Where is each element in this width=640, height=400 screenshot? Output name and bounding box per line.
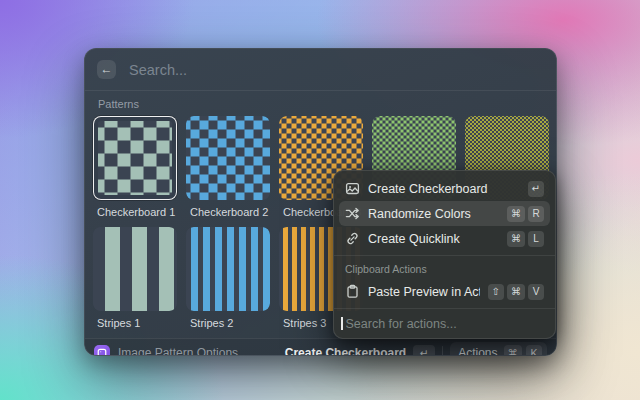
menu-item-label: Paste Preview in Active App bbox=[368, 285, 480, 299]
menu-item-create-checkerboard[interactable]: Create Checkerboard↵ bbox=[339, 176, 550, 201]
keycap: ⇧ bbox=[488, 284, 504, 300]
arrow-left-icon: ← bbox=[101, 62, 113, 76]
keycap: ⌘ bbox=[507, 284, 525, 300]
image-icon bbox=[345, 181, 360, 196]
pattern-cell: Checkerboard 2 bbox=[186, 116, 270, 227]
pattern-cell: Checkerboard 1 bbox=[93, 116, 177, 227]
checkerboard-thumbnail bbox=[186, 116, 270, 200]
pattern-card[interactable] bbox=[186, 227, 270, 311]
text-cursor bbox=[341, 317, 343, 330]
search-input[interactable] bbox=[127, 61, 544, 79]
menu-item-label: Create Checkerboard bbox=[368, 182, 520, 196]
pattern-card[interactable] bbox=[186, 116, 270, 200]
clipboard-icon bbox=[345, 284, 360, 299]
pattern-card-label: Stripes 2 bbox=[190, 317, 270, 330]
primary-action-button[interactable]: Create Checkerboard bbox=[285, 346, 406, 356]
section-title: Patterns bbox=[98, 98, 548, 110]
keycap: ⌘ bbox=[504, 345, 523, 357]
menu-item-label: Create Quicklink bbox=[368, 232, 499, 246]
keycap: ↵ bbox=[528, 181, 544, 197]
search-bar: ← bbox=[85, 49, 556, 90]
stripes-thumbnail bbox=[93, 227, 177, 311]
footer-bar: Image Pattern Options Create Checkerboar… bbox=[85, 338, 556, 356]
keycap: R bbox=[528, 206, 544, 222]
keycap: K bbox=[526, 345, 542, 357]
footer-divider bbox=[442, 346, 443, 356]
actions-popup-menu: Create Checkerboard↵Randomize Colors⌘RCr… bbox=[333, 170, 556, 339]
extension-name: Image Pattern Options bbox=[118, 346, 238, 356]
actions-search-input[interactable] bbox=[344, 316, 549, 332]
back-button[interactable]: ← bbox=[97, 60, 116, 79]
menu-item-paste-preview-in-active-app[interactable]: Paste Preview in Active App⇧⌘V bbox=[339, 279, 550, 304]
menu-search-row bbox=[334, 309, 555, 338]
menu-item-create-quicklink[interactable]: Create Quicklink⌘L bbox=[339, 226, 550, 251]
pattern-card-label: Checkerboard 1 bbox=[97, 206, 177, 219]
stripes-thumbnail bbox=[186, 227, 270, 311]
keycap: L bbox=[528, 231, 544, 247]
shuffle-icon bbox=[345, 206, 360, 221]
pattern-card-label: Checkerboard 2 bbox=[190, 206, 270, 219]
checkerboard-thumbnail bbox=[98, 121, 172, 195]
keycap: V bbox=[528, 284, 544, 300]
keycap: ⌘ bbox=[507, 231, 525, 247]
menu-item-randomize-colors[interactable]: Randomize Colors⌘R bbox=[339, 201, 550, 226]
desktop-background: ← Patterns Checkerboard 1Checkerboard 2C… bbox=[0, 0, 640, 400]
actions-menu-button[interactable]: Actions ⌘K bbox=[450, 342, 547, 357]
menu-section-title: Clipboard Actions bbox=[339, 256, 550, 279]
link-icon bbox=[345, 231, 360, 246]
pattern-cell: Stripes 2 bbox=[186, 227, 270, 338]
keycap: ⌘ bbox=[507, 206, 525, 222]
pattern-cell: Stripes 1 bbox=[93, 227, 177, 338]
menu-item-label: Randomize Colors bbox=[368, 207, 499, 221]
pattern-card[interactable] bbox=[93, 227, 177, 311]
return-keycap: ↵ bbox=[413, 345, 435, 357]
actions-label: Actions bbox=[458, 346, 497, 356]
pattern-card[interactable] bbox=[93, 116, 177, 200]
pattern-card-label: Stripes 1 bbox=[97, 317, 177, 330]
image-pattern-extension-icon bbox=[94, 345, 110, 356]
